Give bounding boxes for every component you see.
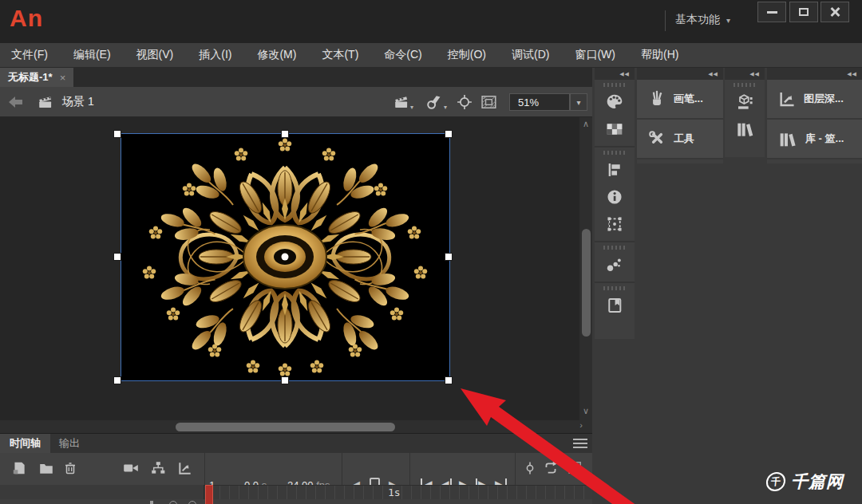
document-tab[interactable]: 无标题-1* × [0, 68, 73, 87]
onion-skin-icon [567, 460, 583, 476]
stage-canvas[interactable] [121, 134, 449, 380]
scroll-right-icon[interactable]: › [575, 420, 587, 430]
collapse-panels-button[interactable]: ◀◀ [847, 71, 857, 77]
panel-group-divider [595, 146, 635, 148]
transform-panel-button[interactable] [595, 211, 635, 238]
show-parenting-button[interactable] [150, 460, 168, 478]
tab-timeline[interactable]: 时间轴 [0, 434, 50, 453]
maximize-button[interactable] [789, 2, 818, 22]
info-panel-button[interactable] [595, 183, 635, 211]
transform-icon [606, 215, 623, 233]
selection-handle-n[interactable] [281, 130, 289, 138]
maximize-icon [799, 8, 809, 16]
selection-handle-se[interactable] [445, 376, 453, 384]
onion-skin-button[interactable] [567, 460, 584, 478]
add-camera-button[interactable] [122, 460, 140, 478]
panel-menu-button[interactable] [573, 439, 587, 448]
watermark: 千 千篇网 [766, 471, 844, 493]
close-button[interactable] [820, 2, 849, 22]
minimize-button[interactable] [757, 2, 786, 22]
zoom-dropdown-button[interactable]: ▾ [570, 93, 587, 111]
tab-close-icon[interactable]: × [60, 72, 66, 84]
layer-header-area [0, 485, 204, 499]
vertical-scrollbar[interactable]: ∧ ∨ [579, 117, 592, 420]
loop-button[interactable] [543, 460, 560, 478]
menu-item-window[interactable]: 窗口(W) [575, 48, 615, 62]
menu-item-text[interactable]: 文本(T) [322, 48, 358, 62]
tab-output[interactable]: 输出 [49, 434, 89, 453]
tools-label: 工具 [674, 132, 694, 146]
playhead[interactable] [205, 485, 213, 504]
color-panel-button[interactable] [595, 89, 635, 116]
new-layer-button[interactable] [11, 460, 29, 478]
motion-presets-panel-button[interactable] [595, 251, 635, 278]
selection-handle-w[interactable] [113, 253, 121, 261]
panel-dock: ◀◀ [592, 68, 862, 504]
menu-item-debug[interactable]: 调试(D) [512, 48, 549, 62]
scene-clapperboard-icon [37, 94, 54, 110]
menu-item-insert[interactable]: 插入(I) [199, 48, 231, 62]
horizontal-scrollbar-thumb[interactable] [176, 423, 395, 431]
menu-item-control[interactable]: 控制(O) [448, 48, 486, 62]
menu-item-help[interactable]: 帮助(H) [641, 48, 678, 62]
workspace-label: 基本功能 [675, 13, 720, 27]
panel-column-3: ◀◀ [725, 68, 765, 157]
edit-symbols-button[interactable]: ▾ [425, 94, 445, 110]
horizontal-scrollbar[interactable]: › [0, 420, 592, 433]
selection-handle-e[interactable] [445, 253, 453, 261]
edit-scene-button[interactable]: ▾ [393, 94, 413, 110]
menu-item-file[interactable]: 文件(F) [11, 48, 48, 62]
workspace-switcher[interactable]: 基本功能 ▾ [675, 13, 730, 27]
menu-item-edit[interactable]: 编辑(E) [73, 48, 111, 62]
close-icon [829, 6, 840, 18]
zoom-level-value: 51% [518, 96, 539, 108]
scroll-up-icon[interactable]: ∧ [579, 119, 592, 129]
zoom-level-field[interactable]: 51% [509, 93, 570, 111]
align-panel-button[interactable] [595, 156, 635, 183]
selection-handle-ne[interactable] [445, 130, 453, 138]
hierarchy-icon [150, 460, 166, 476]
toolbar-divider [515, 453, 516, 485]
back-button[interactable] [8, 95, 24, 109]
menu-item-view[interactable]: 视图(V) [136, 48, 174, 62]
back-arrow-icon [8, 95, 24, 109]
edit-symbols-icon [425, 94, 444, 110]
layer-depth-button[interactable] [177, 460, 195, 478]
collapse-panels-button[interactable]: ◀◀ [619, 71, 630, 77]
delete-button[interactable] [63, 460, 81, 478]
library-panel-button[interactable]: 库 - 篮... [767, 120, 862, 159]
panel-gripper[interactable] [603, 151, 626, 155]
collapse-panels-button[interactable]: ◀◀ [708, 71, 718, 77]
panel-gripper[interactable] [603, 286, 626, 290]
panel-column-1: ◀◀ [595, 68, 635, 339]
lock-icon [188, 501, 196, 504]
chevron-down-icon: ▾ [576, 98, 580, 107]
clip-content-button[interactable] [480, 94, 500, 110]
center-frame-button[interactable] [523, 460, 540, 478]
selection-handle-sw[interactable] [113, 376, 121, 384]
crosshair-icon [456, 94, 473, 110]
brush-library-panel-button[interactable]: 画笔... [637, 80, 723, 120]
swatches-panel-button[interactable] [595, 116, 635, 143]
menu-item-commands[interactable]: 命令(C) [384, 48, 421, 62]
new-folder-button[interactable] [38, 460, 56, 478]
tab-timeline-label: 时间轴 [10, 436, 41, 451]
cc-libraries-panel-button[interactable] [725, 116, 765, 143]
layer-depth-panel-button[interactable]: 图层深... [767, 80, 862, 120]
collapse-panels-button[interactable]: ◀◀ [749, 71, 760, 77]
selection-handle-s[interactable] [281, 376, 289, 384]
code-snippets-panel-button[interactable] [595, 292, 635, 319]
components-panel-button[interactable] [725, 89, 765, 116]
panel-gripper[interactable] [603, 246, 626, 250]
center-stage-button[interactable] [456, 94, 476, 110]
dots-icon [606, 256, 623, 274]
vertical-scrollbar-thumb[interactable] [582, 229, 591, 337]
tools-panel-button[interactable]: 工具 [637, 120, 723, 159]
panel-gripper[interactable] [733, 83, 756, 87]
info-icon [606, 188, 623, 206]
scroll-down-icon[interactable]: ∨ [579, 406, 592, 416]
menu-item-modify[interactable]: 修改(M) [257, 48, 296, 62]
selection-handle-nw[interactable] [113, 130, 121, 138]
folder-icon [38, 460, 54, 476]
panel-gripper[interactable] [603, 83, 626, 87]
